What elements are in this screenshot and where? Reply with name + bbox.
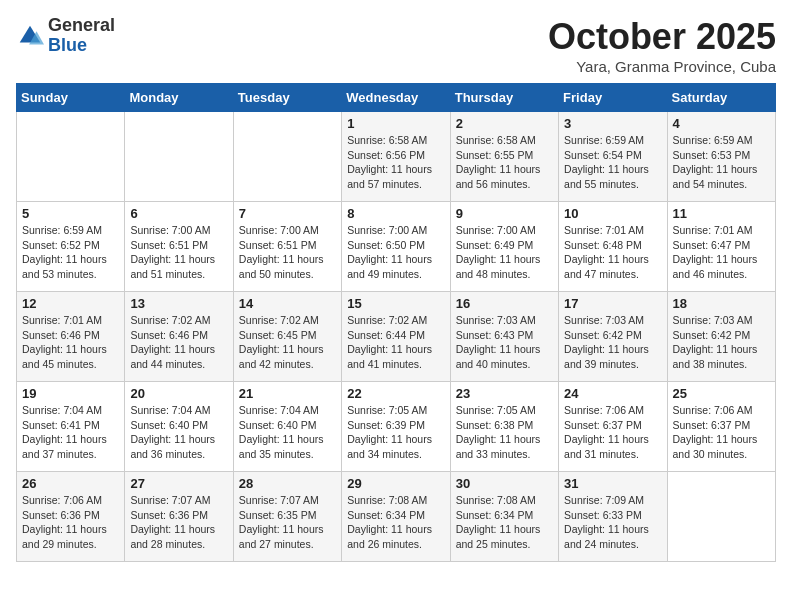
day-info: Sunrise: 7:08 AM Sunset: 6:34 PM Dayligh… <box>456 493 553 552</box>
weekday-header-saturday: Saturday <box>667 84 775 112</box>
calendar-cell: 29Sunrise: 7:08 AM Sunset: 6:34 PM Dayli… <box>342 472 450 562</box>
logo-icon <box>16 22 44 50</box>
day-info: Sunrise: 6:58 AM Sunset: 6:56 PM Dayligh… <box>347 133 444 192</box>
day-info: Sunrise: 7:01 AM Sunset: 6:47 PM Dayligh… <box>673 223 770 282</box>
calendar-cell: 14Sunrise: 7:02 AM Sunset: 6:45 PM Dayli… <box>233 292 341 382</box>
logo-blue: Blue <box>48 36 115 56</box>
day-info: Sunrise: 7:06 AM Sunset: 6:36 PM Dayligh… <box>22 493 119 552</box>
calendar-cell: 1Sunrise: 6:58 AM Sunset: 6:56 PM Daylig… <box>342 112 450 202</box>
title-block: October 2025 Yara, Granma Province, Cuba <box>548 16 776 75</box>
calendar-cell: 9Sunrise: 7:00 AM Sunset: 6:49 PM Daylig… <box>450 202 558 292</box>
day-number: 19 <box>22 386 119 401</box>
day-number: 27 <box>130 476 227 491</box>
day-number: 10 <box>564 206 661 221</box>
day-info: Sunrise: 7:07 AM Sunset: 6:35 PM Dayligh… <box>239 493 336 552</box>
day-number: 20 <box>130 386 227 401</box>
calendar-cell: 13Sunrise: 7:02 AM Sunset: 6:46 PM Dayli… <box>125 292 233 382</box>
day-info: Sunrise: 6:59 AM Sunset: 6:52 PM Dayligh… <box>22 223 119 282</box>
weekday-header-row: SundayMondayTuesdayWednesdayThursdayFrid… <box>17 84 776 112</box>
calendar-cell: 21Sunrise: 7:04 AM Sunset: 6:40 PM Dayli… <box>233 382 341 472</box>
day-info: Sunrise: 7:02 AM Sunset: 6:45 PM Dayligh… <box>239 313 336 372</box>
calendar-cell: 5Sunrise: 6:59 AM Sunset: 6:52 PM Daylig… <box>17 202 125 292</box>
logo-general: General <box>48 16 115 36</box>
calendar-cell: 23Sunrise: 7:05 AM Sunset: 6:38 PM Dayli… <box>450 382 558 472</box>
calendar-week-row: 5Sunrise: 6:59 AM Sunset: 6:52 PM Daylig… <box>17 202 776 292</box>
day-number: 7 <box>239 206 336 221</box>
day-info: Sunrise: 7:00 AM Sunset: 6:49 PM Dayligh… <box>456 223 553 282</box>
weekday-header-wednesday: Wednesday <box>342 84 450 112</box>
day-info: Sunrise: 7:03 AM Sunset: 6:42 PM Dayligh… <box>564 313 661 372</box>
day-number: 12 <box>22 296 119 311</box>
day-number: 15 <box>347 296 444 311</box>
day-info: Sunrise: 7:01 AM Sunset: 6:48 PM Dayligh… <box>564 223 661 282</box>
day-info: Sunrise: 7:04 AM Sunset: 6:40 PM Dayligh… <box>239 403 336 462</box>
page-header: General Blue October 2025 Yara, Granma P… <box>16 16 776 75</box>
weekday-header-sunday: Sunday <box>17 84 125 112</box>
day-info: Sunrise: 7:00 AM Sunset: 6:51 PM Dayligh… <box>239 223 336 282</box>
weekday-header-monday: Monday <box>125 84 233 112</box>
day-info: Sunrise: 7:03 AM Sunset: 6:42 PM Dayligh… <box>673 313 770 372</box>
day-number: 21 <box>239 386 336 401</box>
calendar-cell: 11Sunrise: 7:01 AM Sunset: 6:47 PM Dayli… <box>667 202 775 292</box>
day-number: 6 <box>130 206 227 221</box>
day-info: Sunrise: 6:59 AM Sunset: 6:54 PM Dayligh… <box>564 133 661 192</box>
calendar-cell: 17Sunrise: 7:03 AM Sunset: 6:42 PM Dayli… <box>559 292 667 382</box>
calendar-week-row: 19Sunrise: 7:04 AM Sunset: 6:41 PM Dayli… <box>17 382 776 472</box>
calendar-cell <box>17 112 125 202</box>
calendar-cell: 12Sunrise: 7:01 AM Sunset: 6:46 PM Dayli… <box>17 292 125 382</box>
calendar-cell: 26Sunrise: 7:06 AM Sunset: 6:36 PM Dayli… <box>17 472 125 562</box>
calendar-cell <box>233 112 341 202</box>
day-number: 29 <box>347 476 444 491</box>
day-number: 18 <box>673 296 770 311</box>
day-number: 26 <box>22 476 119 491</box>
day-info: Sunrise: 7:04 AM Sunset: 6:40 PM Dayligh… <box>130 403 227 462</box>
day-number: 11 <box>673 206 770 221</box>
calendar-week-row: 12Sunrise: 7:01 AM Sunset: 6:46 PM Dayli… <box>17 292 776 382</box>
calendar-cell: 24Sunrise: 7:06 AM Sunset: 6:37 PM Dayli… <box>559 382 667 472</box>
day-number: 25 <box>673 386 770 401</box>
day-number: 24 <box>564 386 661 401</box>
weekday-header-friday: Friday <box>559 84 667 112</box>
calendar-cell: 22Sunrise: 7:05 AM Sunset: 6:39 PM Dayli… <box>342 382 450 472</box>
day-info: Sunrise: 7:02 AM Sunset: 6:44 PM Dayligh… <box>347 313 444 372</box>
day-info: Sunrise: 7:01 AM Sunset: 6:46 PM Dayligh… <box>22 313 119 372</box>
day-info: Sunrise: 7:09 AM Sunset: 6:33 PM Dayligh… <box>564 493 661 552</box>
day-number: 5 <box>22 206 119 221</box>
day-info: Sunrise: 7:05 AM Sunset: 6:38 PM Dayligh… <box>456 403 553 462</box>
calendar-cell: 30Sunrise: 7:08 AM Sunset: 6:34 PM Dayli… <box>450 472 558 562</box>
day-info: Sunrise: 7:06 AM Sunset: 6:37 PM Dayligh… <box>673 403 770 462</box>
calendar-cell: 15Sunrise: 7:02 AM Sunset: 6:44 PM Dayli… <box>342 292 450 382</box>
day-number: 3 <box>564 116 661 131</box>
day-info: Sunrise: 7:03 AM Sunset: 6:43 PM Dayligh… <box>456 313 553 372</box>
weekday-header-tuesday: Tuesday <box>233 84 341 112</box>
calendar-cell: 10Sunrise: 7:01 AM Sunset: 6:48 PM Dayli… <box>559 202 667 292</box>
calendar-cell <box>125 112 233 202</box>
calendar-week-row: 26Sunrise: 7:06 AM Sunset: 6:36 PM Dayli… <box>17 472 776 562</box>
day-number: 28 <box>239 476 336 491</box>
month-title: October 2025 <box>548 16 776 58</box>
calendar-cell: 7Sunrise: 7:00 AM Sunset: 6:51 PM Daylig… <box>233 202 341 292</box>
calendar-cell: 2Sunrise: 6:58 AM Sunset: 6:55 PM Daylig… <box>450 112 558 202</box>
calendar-cell: 25Sunrise: 7:06 AM Sunset: 6:37 PM Dayli… <box>667 382 775 472</box>
calendar-cell: 19Sunrise: 7:04 AM Sunset: 6:41 PM Dayli… <box>17 382 125 472</box>
day-info: Sunrise: 7:07 AM Sunset: 6:36 PM Dayligh… <box>130 493 227 552</box>
day-number: 14 <box>239 296 336 311</box>
day-number: 17 <box>564 296 661 311</box>
day-number: 23 <box>456 386 553 401</box>
day-number: 1 <box>347 116 444 131</box>
day-number: 16 <box>456 296 553 311</box>
logo-text: General Blue <box>48 16 115 56</box>
calendar-week-row: 1Sunrise: 6:58 AM Sunset: 6:56 PM Daylig… <box>17 112 776 202</box>
day-number: 30 <box>456 476 553 491</box>
day-info: Sunrise: 7:04 AM Sunset: 6:41 PM Dayligh… <box>22 403 119 462</box>
logo: General Blue <box>16 16 115 56</box>
day-info: Sunrise: 6:59 AM Sunset: 6:53 PM Dayligh… <box>673 133 770 192</box>
day-info: Sunrise: 7:06 AM Sunset: 6:37 PM Dayligh… <box>564 403 661 462</box>
day-info: Sunrise: 7:00 AM Sunset: 6:51 PM Dayligh… <box>130 223 227 282</box>
calendar-cell: 16Sunrise: 7:03 AM Sunset: 6:43 PM Dayli… <box>450 292 558 382</box>
calendar-cell <box>667 472 775 562</box>
day-number: 4 <box>673 116 770 131</box>
day-info: Sunrise: 7:05 AM Sunset: 6:39 PM Dayligh… <box>347 403 444 462</box>
day-number: 2 <box>456 116 553 131</box>
calendar-cell: 20Sunrise: 7:04 AM Sunset: 6:40 PM Dayli… <box>125 382 233 472</box>
